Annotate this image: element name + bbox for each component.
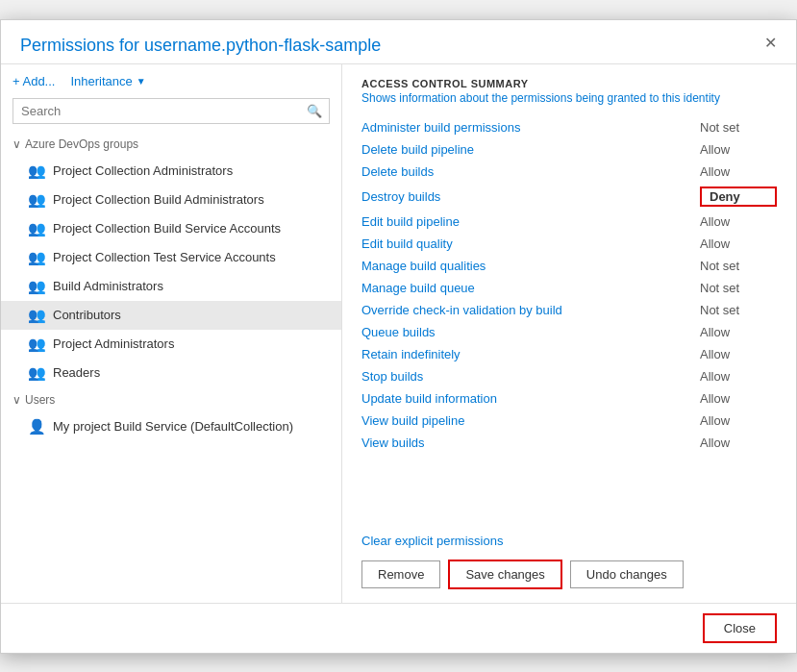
permission-value: Not set — [700, 281, 777, 295]
undo-changes-button[interactable]: Undo changes — [570, 560, 684, 588]
list-item[interactable]: 👥 Project Collection Administrators — [1, 157, 341, 186]
permission-value: Not set — [700, 303, 777, 317]
inheritance-button[interactable]: Inheritance ▼ — [70, 74, 145, 88]
group-label: Readers — [53, 365, 100, 380]
azure-devops-groups-header[interactable]: ∨ Azure DevOps groups — [1, 132, 341, 157]
list-item[interactable]: 👥 Project Collection Build Service Accou… — [1, 214, 341, 243]
action-buttons: Remove Save changes Undo changes — [361, 560, 777, 589]
search-box: 🔍 — [12, 98, 330, 124]
table-row: Delete build pipeline Allow — [361, 138, 777, 161]
permission-name[interactable]: Edit build quality — [361, 236, 453, 251]
save-changes-button[interactable]: Save changes — [448, 560, 561, 589]
permission-value: Not set — [700, 120, 777, 135]
permission-value: Allow — [700, 347, 777, 361]
group-icon: 👥 — [28, 364, 45, 382]
permission-value: Allow — [700, 214, 777, 229]
group-label: Project Collection Test Service Accounts — [53, 250, 276, 264]
chevron-down-icon: ∨ — [12, 393, 21, 407]
permission-name[interactable]: Update build information — [361, 391, 497, 406]
table-row: Delete builds Allow — [361, 161, 777, 183]
table-row: Queue builds Allow — [361, 321, 777, 343]
table-row: Manage build qualities Not set — [361, 255, 777, 277]
list-item[interactable]: 👥 Project Collection Build Administrator… — [1, 186, 341, 214]
users-header[interactable]: ∨ Users — [1, 387, 341, 412]
dialog-footer: Close — [1, 603, 796, 653]
permission-value: Allow — [700, 413, 777, 428]
table-row: Edit build pipeline Allow — [361, 211, 777, 233]
list-item[interactable]: 👥 Build Administrators — [1, 272, 341, 301]
group-list: ∨ Azure DevOps groups 👥 Project Collecti… — [1, 132, 341, 593]
permission-value: Allow — [700, 369, 777, 384]
permission-name[interactable]: Stop builds — [361, 369, 423, 384]
list-item-build-service[interactable]: 👤 My project Build Service (DefaultColle… — [1, 412, 341, 441]
user-icon: 👤 — [28, 418, 45, 436]
group-icon: 👥 — [28, 278, 45, 295]
clear-explicit-permissions-link[interactable]: Clear explicit permissions — [361, 534, 777, 548]
list-item[interactable]: 👥 Project Administrators — [1, 330, 341, 359]
permission-name[interactable]: View build pipeline — [361, 413, 464, 428]
list-item-contributors[interactable]: 👥 Contributors — [1, 301, 341, 330]
group-label: Project Administrators — [53, 336, 174, 351]
dialog-header: Permissions for username.python-flask-sa… — [1, 20, 796, 64]
permission-value: Allow — [700, 142, 777, 157]
users-header-label: Users — [25, 393, 55, 407]
toolbar: + Add... Inheritance ▼ — [1, 74, 341, 98]
permission-name[interactable]: View builds — [361, 436, 425, 450]
permission-name[interactable]: Administer build permissions — [361, 120, 520, 135]
permission-name[interactable]: Delete builds — [361, 164, 434, 179]
inheritance-label: Inheritance — [70, 74, 132, 88]
permission-value: Allow — [700, 325, 777, 339]
group-icon: 👥 — [28, 307, 45, 324]
permissions-table: Administer build permissions Not set Del… — [361, 116, 777, 524]
permissions-dialog: Permissions for username.python-flask-sa… — [0, 19, 797, 654]
chevron-down-icon: ▼ — [137, 76, 146, 87]
permission-value: Allow — [700, 436, 777, 450]
permission-name[interactable]: Delete build pipeline — [361, 142, 474, 157]
permission-name[interactable]: Manage build queue — [361, 281, 475, 295]
search-input[interactable] — [12, 98, 330, 124]
table-row: View build pipeline Allow — [361, 410, 777, 432]
table-row: Retain indefinitely Allow — [361, 343, 777, 365]
chevron-down-icon: ∨ — [12, 137, 21, 151]
permission-name[interactable]: Queue builds — [361, 325, 436, 339]
permission-name[interactable]: Manage build qualities — [361, 259, 486, 273]
permission-name[interactable]: Destroy builds — [361, 189, 440, 204]
group-label: Contributors — [53, 308, 121, 322]
dialog-body: + Add... Inheritance ▼ 🔍 ∨ Azure DevOps … — [1, 64, 796, 603]
permission-value: Allow — [700, 164, 777, 179]
title-static: Permissions for — [20, 36, 144, 55]
dialog-title: Permissions for username.python-flask-sa… — [20, 36, 777, 56]
group-label: Project Collection Build Service Account… — [53, 221, 281, 236]
dialog-close-button[interactable]: ✕ — [757, 30, 785, 56]
group-icon: 👥 — [28, 162, 45, 180]
group-label: Project Collection Administrators — [53, 163, 233, 178]
table-row: Manage build queue Not set — [361, 277, 777, 299]
group-icon: 👥 — [28, 191, 45, 209]
group-label: Project Collection Build Administrators — [53, 192, 264, 207]
table-row: View builds Allow — [361, 432, 777, 454]
acs-subtitle: Shows information about the permissions … — [361, 91, 777, 105]
user-label: My project Build Service (DefaultCollect… — [53, 419, 293, 434]
permission-value-deny: Deny — [700, 187, 777, 207]
remove-button[interactable]: Remove — [361, 560, 440, 588]
permission-value: Allow — [700, 391, 777, 406]
table-row-destroy: Destroy builds Deny — [361, 183, 777, 211]
permission-name[interactable]: Override check-in validation by build — [361, 303, 562, 317]
permission-name[interactable]: Retain indefinitely — [361, 347, 461, 361]
title-link: username.python-flask-sample — [144, 36, 381, 55]
permission-name[interactable]: Edit build pipeline — [361, 214, 460, 229]
groups-header-label: Azure DevOps groups — [25, 137, 138, 151]
table-row: Edit build quality Allow — [361, 233, 777, 255]
permission-value: Allow — [700, 236, 777, 251]
table-row: Administer build permissions Not set — [361, 116, 777, 138]
table-row: Stop builds Allow — [361, 365, 777, 387]
table-row: Update build information Allow — [361, 387, 777, 410]
close-button[interactable]: Close — [703, 613, 777, 643]
add-button[interactable]: + Add... — [12, 74, 55, 88]
left-panel: + Add... Inheritance ▼ 🔍 ∨ Azure DevOps … — [1, 64, 342, 603]
group-icon: 👥 — [28, 336, 45, 353]
table-row: Override check-in validation by build No… — [361, 299, 777, 321]
list-item[interactable]: 👥 Readers — [1, 359, 341, 387]
group-label: Build Administrators — [53, 279, 163, 293]
list-item[interactable]: 👥 Project Collection Test Service Accoun… — [1, 243, 341, 272]
